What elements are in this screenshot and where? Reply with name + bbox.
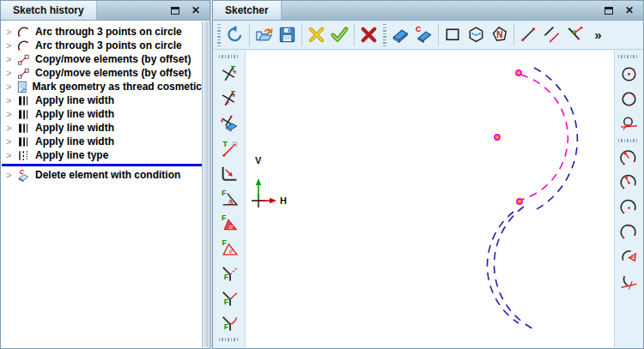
expand-chevron-icon[interactable]: > xyxy=(6,110,17,119)
history-item[interactable]: >Apply line type xyxy=(2,148,202,162)
discard-button[interactable] xyxy=(305,23,328,47)
history-item[interactable]: >CDelete element with condition xyxy=(2,168,202,182)
toolbar-grip[interactable] xyxy=(219,55,240,58)
h-axis-arrowhead xyxy=(270,198,276,203)
history-panel-title: Sketch history xyxy=(13,4,84,16)
cancel-icon xyxy=(359,25,379,45)
fix-corner-dashed-button[interactable]: F xyxy=(217,261,241,285)
more-tools-button[interactable]: » xyxy=(586,23,610,47)
sketch-point[interactable] xyxy=(495,135,500,140)
trim-eraser-icon: ** xyxy=(220,114,240,134)
polygon-n-tool-button[interactable]: N xyxy=(488,23,511,47)
expand-chevron-icon[interactable]: > xyxy=(6,69,17,78)
history-item-label: Copy/move elements (by offset) xyxy=(35,67,191,79)
corner-f-dash-icon: F xyxy=(220,263,240,283)
rectangle-icon xyxy=(443,25,463,45)
arc-3point-tool-button[interactable] xyxy=(617,220,641,244)
erase-condition-button[interactable]: C xyxy=(412,23,435,47)
sketcher-title-tab[interactable]: Sketcher xyxy=(213,1,282,20)
history-item[interactable]: >Apply line width xyxy=(2,93,202,107)
fix-corner-line-button[interactable]: F xyxy=(217,286,241,310)
toolbar-grip[interactable] xyxy=(219,338,240,341)
svg-text:C: C xyxy=(20,169,25,175)
history-item[interactable]: >Apply line width xyxy=(2,135,202,148)
svg-text:*: * xyxy=(225,99,229,108)
sketch-arc-blue-upper[interactable] xyxy=(534,68,577,210)
perpendicular-icon xyxy=(565,25,585,45)
parallel-line-tool-button[interactable] xyxy=(540,23,563,47)
expand-chevron-icon[interactable]: > xyxy=(6,55,17,64)
rectangle-tool-button[interactable] xyxy=(441,23,465,47)
open-button[interactable] xyxy=(252,23,276,47)
perpendicular-tool-button[interactable] xyxy=(563,23,586,47)
offset-arc-magenta-upper[interactable] xyxy=(520,75,568,200)
line-width-icon xyxy=(17,94,31,107)
history-scrollbar[interactable] xyxy=(202,21,209,347)
maximize-icon[interactable] xyxy=(605,7,613,15)
toolbar-grip[interactable] xyxy=(383,24,386,46)
history-item-label: Mark geometry as thread cosmetic xyxy=(33,81,202,93)
sketch-point[interactable] xyxy=(516,70,521,75)
history-item[interactable]: >Mark geometry as thread cosmetic xyxy=(2,80,202,93)
erase-button[interactable] xyxy=(389,23,412,47)
history-item[interactable]: >Copy/move elements (by offset) xyxy=(2,66,202,80)
sketch-point[interactable] xyxy=(517,199,522,204)
expand-chevron-icon[interactable]: > xyxy=(6,123,17,133)
maximize-icon[interactable] xyxy=(171,7,179,15)
save-button[interactable] xyxy=(276,23,299,47)
expand-chevron-icon[interactable]: > xyxy=(6,27,17,37)
sketch-canvas[interactable]: VH xyxy=(246,51,614,347)
toolbar-grip[interactable] xyxy=(618,55,639,58)
arc-rim-icon xyxy=(619,223,639,243)
circle-center-tool-button[interactable] xyxy=(617,62,641,86)
sketch-arc-blue-lower-outer[interactable] xyxy=(487,212,519,323)
circle-rim-tool-button[interactable] xyxy=(617,87,641,111)
copy-offset-icon xyxy=(17,67,31,80)
split-intersect-button[interactable]: T* xyxy=(217,62,241,86)
close-icon[interactable]: ✕ xyxy=(191,5,200,15)
close-icon[interactable]: ✕ xyxy=(625,5,634,15)
eraser-c-icon: C xyxy=(414,25,434,45)
trim-cross-t-icon: T* xyxy=(220,64,240,84)
fix-angle-filled-button[interactable]: Fα xyxy=(217,211,241,235)
circle-tangent-tool-button[interactable] xyxy=(617,111,641,135)
fix-corner-arc-button[interactable]: F xyxy=(217,310,241,334)
history-item[interactable]: >Copy/move elements (by offset) xyxy=(2,52,202,66)
arc-sector-tool-button[interactable] xyxy=(617,245,641,269)
arc-center-tool-button[interactable] xyxy=(617,196,641,220)
arc-sector-icon xyxy=(619,248,639,268)
sketcher-right-toolbar xyxy=(614,51,642,347)
history-item[interactable]: >Arc through 3 points on circle xyxy=(2,25,202,39)
corner-trim-button[interactable] xyxy=(217,161,241,185)
expand-chevron-icon[interactable]: > xyxy=(6,41,17,51)
history-item[interactable]: >Apply line width xyxy=(2,107,202,121)
polygon-tool-button[interactable] xyxy=(465,23,488,47)
expand-chevron-icon[interactable]: > xyxy=(6,96,17,105)
split-intersect-alt-button[interactable]: T** xyxy=(217,87,241,111)
fix-angle-button[interactable]: Fα xyxy=(217,186,241,210)
expand-chevron-icon[interactable]: > xyxy=(6,151,17,160)
history-item[interactable]: >Apply line width xyxy=(2,121,202,135)
line-tool-button[interactable] xyxy=(517,23,540,47)
cancel-button[interactable] xyxy=(357,23,380,47)
parallel-icon xyxy=(542,25,562,45)
expand-chevron-icon[interactable]: > xyxy=(6,137,17,147)
arc-radius-alt-tool-button[interactable] xyxy=(617,171,641,195)
arc-radius-tool-button[interactable] xyxy=(617,146,641,170)
toolbar-grip[interactable] xyxy=(618,139,639,142)
expand-chevron-icon[interactable]: > xyxy=(6,82,15,92)
expand-chevron-icon[interactable]: > xyxy=(6,171,17,180)
arc-tangent-tool-button[interactable] xyxy=(617,270,641,294)
tangent-line-button[interactable]: T xyxy=(217,136,241,160)
history-item-label: Apply line type xyxy=(35,149,108,161)
toolbar-grip[interactable] xyxy=(217,24,221,46)
trim-intersect-button[interactable]: ** xyxy=(217,111,241,135)
history-title-tab[interactable]: Sketch history xyxy=(1,1,97,20)
undo-button[interactable] xyxy=(223,23,246,47)
history-item[interactable]: >Arc through 3 points on circle xyxy=(2,39,202,52)
history-list: >Arc through 3 points on circle>Arc thro… xyxy=(2,21,202,347)
svg-text:*: * xyxy=(233,68,237,78)
apply-button[interactable] xyxy=(328,23,351,47)
fix-angle-open-button[interactable]: Fα xyxy=(217,236,241,260)
svg-text:F: F xyxy=(223,273,228,281)
